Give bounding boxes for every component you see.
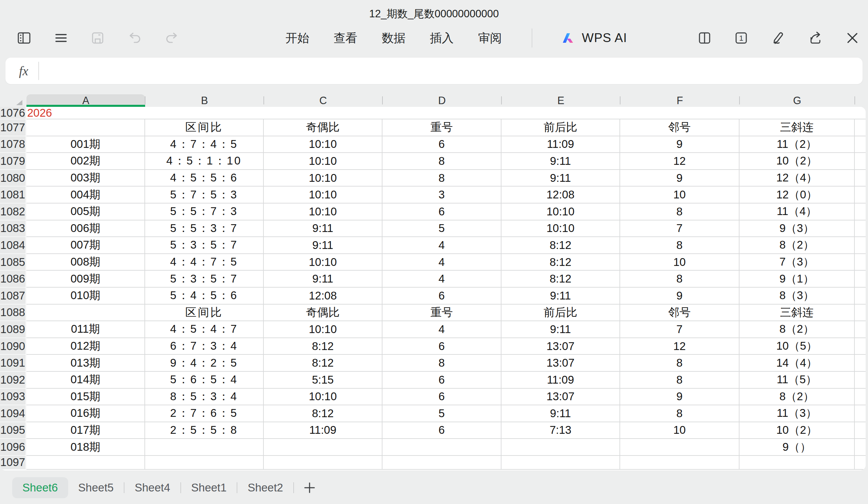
cell-b-1093[interactable]: 8：5：3：4: [145, 389, 264, 405]
cell-b-1095[interactable]: 2：5：5：8: [145, 422, 264, 439]
cell-b-1092[interactable]: 5：6：5：4: [145, 372, 264, 389]
cell-f-1094[interactable]: 8: [620, 405, 740, 422]
cell-b-1091[interactable]: 9：4：2：5: [145, 355, 264, 372]
cell-b-1094[interactable]: 2：7：6：5: [145, 405, 264, 422]
cell-e-1084[interactable]: 8:12: [502, 237, 620, 254]
cell-c-1080[interactable]: 10:10: [264, 170, 382, 187]
row-header-1091[interactable]: 1091: [0, 355, 27, 372]
cell-c-1097[interactable]: [264, 456, 382, 470]
cell-e-1092[interactable]: 11:09: [502, 372, 620, 389]
row-header-1077[interactable]: 1077: [0, 120, 27, 136]
sheet-tab-sheet4[interactable]: Sheet4: [124, 477, 180, 498]
redo-icon[interactable]: [164, 30, 180, 46]
panel-toggle-icon[interactable]: [16, 30, 32, 46]
cell-f-1093[interactable]: 9: [620, 389, 740, 405]
cell-d-1077[interactable]: 重号: [382, 120, 502, 136]
cell-e-1087[interactable]: 9:11: [502, 288, 620, 305]
cell-c-1087[interactable]: 12:08: [264, 288, 382, 305]
cell-a-1083[interactable]: 006期: [27, 220, 145, 237]
cell-a-1092[interactable]: 014期: [27, 372, 145, 389]
cell-a-1086[interactable]: 009期: [27, 271, 145, 288]
menu-view[interactable]: 查看: [334, 30, 358, 46]
column-header-e[interactable]: E: [502, 94, 620, 107]
cell-d-1097[interactable]: [382, 456, 502, 470]
formula-input[interactable]: [39, 58, 862, 84]
menu-review[interactable]: 审阅: [478, 30, 502, 46]
cell-partial-1083[interactable]: [855, 220, 866, 237]
row-header-1090[interactable]: 1090: [0, 338, 27, 355]
cell-f-1079[interactable]: 12: [620, 153, 740, 170]
cell-g-1080[interactable]: 12（4）: [740, 170, 855, 187]
cell-g-1085[interactable]: 7（3）: [740, 254, 855, 271]
row-header-1096[interactable]: 1096: [0, 439, 27, 456]
cell-b-1087[interactable]: 5：4：5：6: [145, 288, 264, 305]
cell-g-1090[interactable]: 10（5）: [740, 338, 855, 355]
column-header-d[interactable]: D: [382, 94, 502, 107]
cell-b-1084[interactable]: 5：3：5：7: [145, 237, 264, 254]
column-header-b[interactable]: B: [145, 94, 264, 107]
column-header-g[interactable]: G: [740, 94, 855, 107]
cell-f-1082[interactable]: 8: [620, 204, 740, 220]
cell-a-1087[interactable]: 010期: [27, 288, 145, 305]
cell-c-1086[interactable]: 9:11: [264, 271, 382, 288]
cell-partial-1077[interactable]: [855, 120, 866, 136]
cell-d-1093[interactable]: 6: [382, 389, 502, 405]
cell-e-1097[interactable]: [502, 456, 620, 470]
share-icon[interactable]: [808, 30, 823, 46]
cell-f-1084[interactable]: 8: [620, 237, 740, 254]
cell-f-1080[interactable]: 9: [620, 170, 740, 187]
row-header-1078[interactable]: 1078: [0, 136, 27, 153]
cell-d-1089[interactable]: 4: [382, 321, 502, 338]
close-icon[interactable]: [845, 31, 860, 45]
row-header-1080[interactable]: 1080: [0, 170, 27, 187]
cell-c-1090[interactable]: 8:12: [264, 338, 382, 355]
cell-partial-1096[interactable]: [855, 439, 866, 456]
cell-a-1077[interactable]: [27, 120, 145, 136]
cell-d-1084[interactable]: 4: [382, 237, 502, 254]
cell-g-1094[interactable]: 11（3）: [740, 405, 855, 422]
cell-e-1078[interactable]: 11:09: [502, 136, 620, 153]
cell-e-1093[interactable]: 13:07: [502, 389, 620, 405]
cell-a-1091[interactable]: 013期: [27, 355, 145, 372]
cell-a-1079[interactable]: 002期: [27, 153, 145, 170]
cell-partial-1094[interactable]: [855, 405, 866, 422]
cell-b-1096[interactable]: [145, 439, 264, 456]
cell-partial-1093[interactable]: [855, 389, 866, 405]
cell-e-1088[interactable]: 前后比: [502, 305, 620, 321]
cell-b-1085[interactable]: 4：4：7：5: [145, 254, 264, 271]
cell-partial-1089[interactable]: [855, 321, 866, 338]
cell-d-1082[interactable]: 6: [382, 204, 502, 220]
cell-g-1093[interactable]: 8（2）: [740, 389, 855, 405]
cell-c-1093[interactable]: 10:10: [264, 389, 382, 405]
cell-c-1096[interactable]: [264, 439, 382, 456]
column-header-partial[interactable]: [855, 94, 866, 107]
cell-e-1077[interactable]: 前后比: [502, 120, 620, 136]
cell-a-1084[interactable]: 007期: [27, 237, 145, 254]
cell-d-1095[interactable]: 6: [382, 422, 502, 439]
cell-c-1088[interactable]: 奇偶比: [264, 305, 382, 321]
cell-e-1091[interactable]: 13:07: [502, 355, 620, 372]
cell-g-1095[interactable]: 10（2）: [740, 422, 855, 439]
cell-g-1096[interactable]: 9（）: [740, 439, 855, 456]
cell-c-1083[interactable]: 9:11: [264, 220, 382, 237]
cell-f-1097[interactable]: [620, 456, 740, 470]
cell-g-1083[interactable]: 9（3）: [740, 220, 855, 237]
cell-g-1089[interactable]: 8（2）: [740, 321, 855, 338]
column-header-c[interactable]: C: [264, 94, 382, 107]
cell-d-1081[interactable]: 3: [382, 186, 502, 204]
cell-a-1088[interactable]: [27, 305, 145, 321]
cell-partial-1091[interactable]: [855, 355, 866, 372]
cell-a-1093[interactable]: 015期: [27, 389, 145, 405]
cell-partial-1082[interactable]: [855, 204, 866, 220]
cell-d-1083[interactable]: 5: [382, 220, 502, 237]
cell-partial-1080[interactable]: [855, 170, 866, 187]
cell-partial-1090[interactable]: [855, 338, 866, 355]
cell-partial-1079[interactable]: [855, 153, 866, 170]
cell-a-1085[interactable]: 008期: [27, 254, 145, 271]
cell-a-1080[interactable]: 003期: [27, 170, 145, 187]
cell-a-1090[interactable]: 012期: [27, 338, 145, 355]
cell-c-1084[interactable]: 9:11: [264, 237, 382, 254]
undo-icon[interactable]: [127, 30, 142, 46]
cell-c-1095[interactable]: 11:09: [264, 422, 382, 439]
cell-d-1087[interactable]: 6: [382, 288, 502, 305]
